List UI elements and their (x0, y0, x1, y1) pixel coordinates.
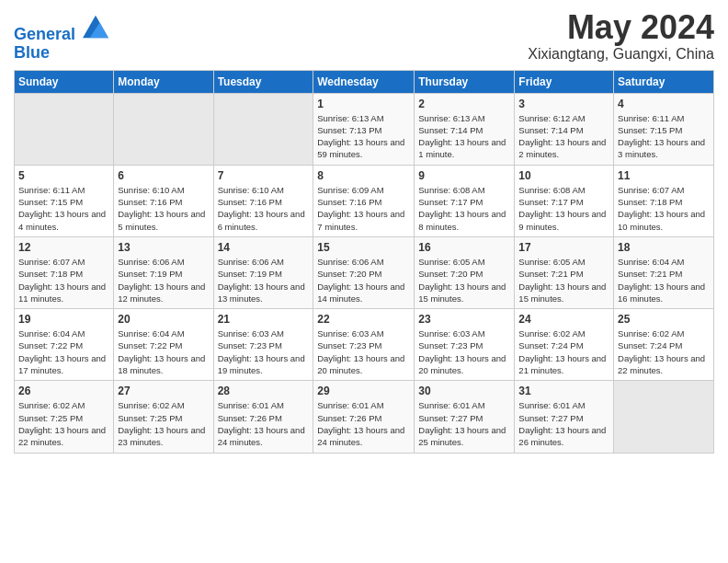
logo-text: General (14, 14, 108, 44)
weekday-monday: Monday (114, 70, 213, 93)
day-info: Sunrise: 6:06 AMSunset: 7:19 PMDaylight:… (118, 256, 209, 304)
day-info: Sunrise: 6:04 AMSunset: 7:22 PMDaylight:… (18, 327, 109, 376)
day-info: Sunrise: 6:10 AMSunset: 7:16 PMDaylight:… (118, 184, 209, 233)
day-info: Sunrise: 6:02 AMSunset: 7:25 PMDaylight:… (18, 399, 109, 448)
day-number: 6 (118, 169, 209, 182)
day-cell: 29Sunrise: 6:01 AMSunset: 7:26 PMDayligh… (313, 381, 415, 453)
logo-general: General (14, 25, 75, 43)
day-number: 1 (317, 98, 410, 110)
day-info: Sunrise: 6:12 AMSunset: 7:14 PMDaylight:… (518, 112, 609, 161)
day-info: Sunrise: 6:13 AMSunset: 7:13 PMDaylight:… (317, 112, 410, 161)
weekday-wednesday: Wednesday (313, 70, 415, 93)
week-row-1: 1Sunrise: 6:13 AMSunset: 7:13 PMDaylight… (15, 93, 714, 165)
day-number: 26 (18, 385, 109, 397)
day-cell: 27Sunrise: 6:02 AMSunset: 7:25 PMDayligh… (114, 381, 213, 453)
logo: General Blue (14, 14, 108, 63)
day-number: 22 (317, 313, 410, 326)
day-number: 7 (218, 169, 310, 182)
day-cell: 4Sunrise: 6:11 AMSunset: 7:15 PMDaylight… (614, 93, 714, 165)
day-cell: 12Sunrise: 6:07 AMSunset: 7:18 PMDayligh… (15, 236, 114, 308)
day-cell: 10Sunrise: 6:08 AMSunset: 7:17 PMDayligh… (515, 165, 614, 236)
week-row-3: 12Sunrise: 6:07 AMSunset: 7:18 PMDayligh… (15, 236, 714, 308)
day-number: 23 (418, 313, 510, 326)
day-info: Sunrise: 6:08 AMSunset: 7:17 PMDaylight:… (418, 184, 510, 233)
day-cell: 16Sunrise: 6:05 AMSunset: 7:20 PMDayligh… (415, 236, 515, 308)
day-cell: 25Sunrise: 6:02 AMSunset: 7:24 PMDayligh… (614, 309, 714, 381)
day-info: Sunrise: 6:09 AMSunset: 7:16 PMDaylight:… (317, 184, 410, 233)
day-number: 30 (418, 385, 510, 397)
weekday-saturday: Saturday (614, 70, 714, 93)
day-number: 11 (618, 169, 710, 182)
location: Xixiangtang, Guangxi, China (528, 46, 714, 63)
day-number: 14 (218, 241, 310, 254)
day-cell: 31Sunrise: 6:01 AMSunset: 7:27 PMDayligh… (515, 381, 614, 453)
day-info: Sunrise: 6:13 AMSunset: 7:14 PMDaylight:… (418, 112, 510, 161)
day-cell: 5Sunrise: 6:11 AMSunset: 7:15 PMDaylight… (15, 165, 114, 236)
day-cell: 26Sunrise: 6:02 AMSunset: 7:25 PMDayligh… (15, 381, 114, 453)
page-header: General Blue May 2024 Xixiangtang, Guang… (14, 9, 714, 63)
day-cell (15, 93, 114, 165)
day-info: Sunrise: 6:03 AMSunset: 7:23 PMDaylight:… (218, 327, 310, 376)
day-info: Sunrise: 6:06 AMSunset: 7:19 PMDaylight:… (218, 256, 310, 304)
weekday-thursday: Thursday (415, 70, 515, 93)
weekday-tuesday: Tuesday (213, 70, 313, 93)
day-number: 10 (518, 169, 609, 182)
day-number: 5 (18, 169, 109, 182)
day-cell: 19Sunrise: 6:04 AMSunset: 7:22 PMDayligh… (15, 309, 114, 381)
day-info: Sunrise: 6:02 AMSunset: 7:24 PMDaylight:… (518, 327, 609, 376)
day-info: Sunrise: 6:10 AMSunset: 7:16 PMDaylight:… (218, 184, 310, 233)
day-cell (114, 93, 213, 165)
day-cell (213, 93, 313, 165)
day-number: 16 (418, 241, 510, 254)
day-cell: 2Sunrise: 6:13 AMSunset: 7:14 PMDaylight… (415, 93, 515, 165)
day-info: Sunrise: 6:01 AMSunset: 7:26 PMDaylight:… (218, 399, 310, 448)
day-cell: 8Sunrise: 6:09 AMSunset: 7:16 PMDaylight… (313, 165, 415, 236)
weekday-friday: Friday (515, 70, 614, 93)
day-cell: 17Sunrise: 6:05 AMSunset: 7:21 PMDayligh… (515, 236, 614, 308)
day-cell: 23Sunrise: 6:03 AMSunset: 7:23 PMDayligh… (415, 309, 515, 381)
day-number: 19 (18, 313, 109, 326)
day-cell: 14Sunrise: 6:06 AMSunset: 7:19 PMDayligh… (213, 236, 313, 308)
calendar-table: SundayMondayTuesdayWednesdayThursdayFrid… (14, 70, 714, 454)
title-area: May 2024 Xixiangtang, Guangxi, China (528, 9, 714, 63)
day-number: 24 (518, 313, 609, 326)
logo-icon (83, 14, 108, 40)
week-row-4: 19Sunrise: 6:04 AMSunset: 7:22 PMDayligh… (15, 309, 714, 381)
day-cell: 9Sunrise: 6:08 AMSunset: 7:17 PMDaylight… (415, 165, 515, 236)
day-cell: 24Sunrise: 6:02 AMSunset: 7:24 PMDayligh… (515, 309, 614, 381)
day-number: 20 (118, 313, 209, 326)
day-cell: 13Sunrise: 6:06 AMSunset: 7:19 PMDayligh… (114, 236, 213, 308)
day-number: 18 (618, 241, 710, 254)
day-info: Sunrise: 6:04 AMSunset: 7:21 PMDaylight:… (618, 256, 710, 304)
day-cell: 7Sunrise: 6:10 AMSunset: 7:16 PMDaylight… (213, 165, 313, 236)
day-info: Sunrise: 6:11 AMSunset: 7:15 PMDaylight:… (618, 112, 710, 161)
day-number: 13 (118, 241, 209, 254)
day-cell (614, 381, 714, 453)
weekday-sunday: Sunday (15, 70, 114, 93)
day-number: 28 (218, 385, 310, 397)
day-info: Sunrise: 6:08 AMSunset: 7:17 PMDaylight:… (518, 184, 609, 233)
day-info: Sunrise: 6:11 AMSunset: 7:15 PMDaylight:… (18, 184, 109, 233)
day-info: Sunrise: 6:07 AMSunset: 7:18 PMDaylight:… (618, 184, 710, 233)
day-number: 3 (518, 98, 609, 110)
day-number: 31 (518, 385, 609, 397)
day-info: Sunrise: 6:04 AMSunset: 7:22 PMDaylight:… (118, 327, 209, 376)
day-cell: 11Sunrise: 6:07 AMSunset: 7:18 PMDayligh… (614, 165, 714, 236)
day-cell: 1Sunrise: 6:13 AMSunset: 7:13 PMDaylight… (313, 93, 415, 165)
day-info: Sunrise: 6:05 AMSunset: 7:21 PMDaylight:… (518, 256, 609, 304)
day-info: Sunrise: 6:03 AMSunset: 7:23 PMDaylight:… (317, 327, 410, 376)
day-number: 9 (418, 169, 510, 182)
day-number: 8 (317, 169, 410, 182)
day-cell: 15Sunrise: 6:06 AMSunset: 7:20 PMDayligh… (313, 236, 415, 308)
week-row-5: 26Sunrise: 6:02 AMSunset: 7:25 PMDayligh… (15, 381, 714, 453)
day-info: Sunrise: 6:01 AMSunset: 7:27 PMDaylight:… (418, 399, 510, 448)
day-info: Sunrise: 6:02 AMSunset: 7:25 PMDaylight:… (118, 399, 209, 448)
day-info: Sunrise: 6:02 AMSunset: 7:24 PMDaylight:… (618, 327, 710, 376)
day-cell: 22Sunrise: 6:03 AMSunset: 7:23 PMDayligh… (313, 309, 415, 381)
day-number: 15 (317, 241, 410, 254)
day-number: 21 (218, 313, 310, 326)
day-number: 27 (118, 385, 209, 397)
day-info: Sunrise: 6:05 AMSunset: 7:20 PMDaylight:… (418, 256, 510, 304)
logo-blue: Blue (14, 44, 108, 63)
day-cell: 18Sunrise: 6:04 AMSunset: 7:21 PMDayligh… (614, 236, 714, 308)
